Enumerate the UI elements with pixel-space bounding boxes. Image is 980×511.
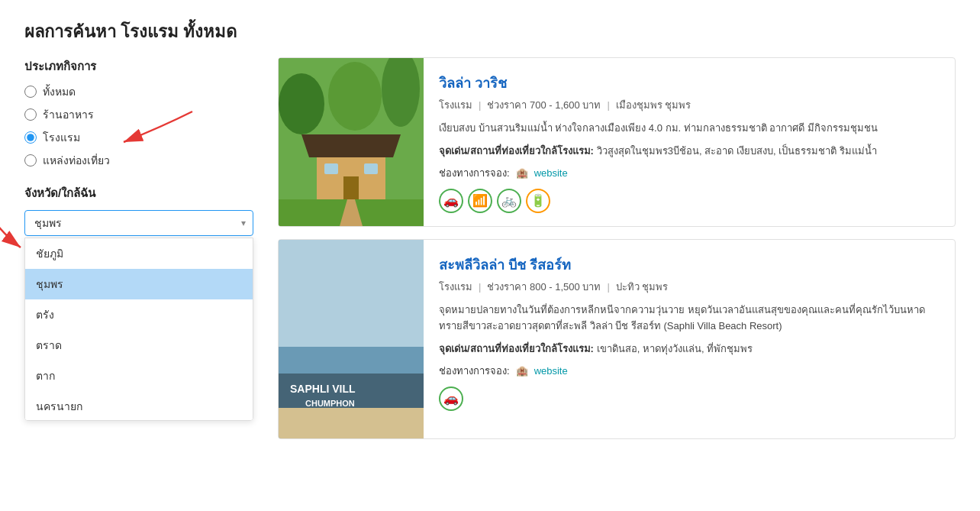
svg-rect-8 <box>343 176 359 203</box>
province-filter-title: จังหวัด/ใกล้ฉัน <box>24 184 253 202</box>
filter-tourist-radio[interactable] <box>24 154 37 167</box>
svg-rect-10 <box>364 163 378 174</box>
dropdown-item-trang[interactable]: ตรัง <box>25 299 253 330</box>
amenity-car-icon: 🚗 <box>439 189 463 213</box>
result-card-1: วิลล่า วาริช โรงแรม | ช่วงราคา 700 - 1,6… <box>278 57 956 227</box>
card-highlights-row-1: จุดเด่น/สถานที่ท่องเที่ยวใกล้โรงแรม: วิว… <box>439 143 940 159</box>
filter-hotel[interactable]: โรงแรม <box>24 129 253 146</box>
svg-marker-6 <box>301 134 401 157</box>
svg-rect-13 <box>279 240 424 347</box>
province-select[interactable]: ชัยภูมิ ชุมพร ตรัง ตราด ตาก นครนายก นครป… <box>24 210 253 236</box>
booking-icon-1: 🏨 <box>514 165 530 180</box>
card-highlights-label-2: จุดเด่น/สถานที่ท่องเที่ยวใกล้โรงแรม: <box>439 343 594 354</box>
filter-restaurant-label: ร้านอาหาร <box>43 106 94 123</box>
svg-rect-9 <box>324 163 338 174</box>
filter-hotel-radio[interactable] <box>24 131 37 144</box>
svg-rect-18 <box>279 408 424 438</box>
province-dropdown-list[interactable]: ชัยภูมิ ชุมพร ตรัง ตราด ตาก นครนายก นครป… <box>24 238 253 421</box>
svg-point-5 <box>328 62 382 131</box>
card-meta-2: โรงแรม | ช่วงราคา 800 - 1,500 บาท | ปะทิ… <box>439 279 940 295</box>
card-description-1: เงียบสงบ บ้านสวนริมแม่น้ำ ห่างใจกลางเมือ… <box>439 121 940 137</box>
page-title: ผลการค้นหา โรงแรม ทั้งหมด <box>0 0 980 57</box>
card-highlights-label-1: จุดเด่น/สถานที่ท่องเที่ยวใกล้โรงแรม: <box>439 145 594 157</box>
filter-restaurant-radio[interactable] <box>24 108 37 121</box>
card-meta-1: โรงแรม | ช่วงราคา 700 - 1,600 บาท | เมือ… <box>439 97 940 113</box>
filter-section-title: ประเภทกิจการ <box>24 57 253 76</box>
card-location-2: ปะทิว ชุมพร <box>616 279 669 295</box>
sidebar: ประเภทกิจการ ทั้งหมด ร้านอาหาร โรงแรม แห… <box>24 57 253 236</box>
results-area: วิลล่า วาริช โรงแรม | ช่วงราคา 700 - 1,6… <box>278 57 956 451</box>
amenity-icons-1: 🚗 📶 🚲 🔋 <box>439 189 940 213</box>
card-description-2: จุดหมายปลายทางในวันที่ต้องการหลีกหนีจากค… <box>439 302 940 335</box>
meta-sep-1: | <box>479 99 481 111</box>
card-image-1 <box>279 58 424 226</box>
booking-label-1: ช่องทางการจอง: <box>439 165 510 181</box>
card-highlights-2: เขาดินสอ, หาดทุ่งวังแล่น, ที่พักชุมพร <box>597 343 753 354</box>
amenity-car-icon-2: 🚗 <box>439 386 463 411</box>
meta-sep-3: | <box>479 281 481 293</box>
amenity-icons-2: 🚗 <box>439 386 940 411</box>
dropdown-item-chaiyaphum[interactable]: ชัยภูมิ <box>25 238 253 269</box>
filter-tourist[interactable]: แหล่งท่องเที่ยว <box>24 152 253 169</box>
card-title-1[interactable]: วิลล่า วาริช <box>439 72 940 94</box>
card-image-placeholder-2: SAPHLI VILL CHUMPHON <box>279 240 424 438</box>
filter-tourist-label: แหล่งท่องเที่ยว <box>43 152 110 169</box>
svg-text:SAPHLI VILL: SAPHLI VILL <box>290 383 356 395</box>
booking-icon-2: 🏨 <box>514 363 530 378</box>
card-location-1: เมืองชุมพร ชุมพร <box>616 97 691 113</box>
svg-point-3 <box>279 73 324 134</box>
svg-text:CHUMPHON: CHUMPHON <box>305 399 355 408</box>
card-type-2: โรงแรม <box>439 279 472 295</box>
card-title-2[interactable]: สะพลีวิลล่า บีช รีสอร์ท <box>439 254 940 276</box>
result-card-2: SAPHLI VILL CHUMPHON สะพลีวิลล่า บีช รีส… <box>278 239 956 439</box>
amenity-wifi-icon: 📶 <box>468 189 492 213</box>
card-highlights-1: วิวสูงสุดในชุมพร3บีช้อน, สะอาด เงียบสงบ,… <box>597 145 877 157</box>
card-image-2: SAPHLI VILL CHUMPHON <box>279 240 424 438</box>
filter-all[interactable]: ทั้งหมด <box>24 83 253 100</box>
card-image-placeholder-1 <box>279 58 424 226</box>
filter-all-label: ทั้งหมด <box>43 83 76 100</box>
card-type-1: โรงแรม <box>439 97 472 113</box>
province-select-container: ชัยภูมิ ชุมพร ตรัง ตราด ตาก นครนายก นครป… <box>24 210 253 236</box>
filter-all-radio[interactable] <box>24 86 37 98</box>
dropdown-item-tarat[interactable]: ตราด <box>25 330 253 361</box>
card-highlights-row-2: จุดเด่น/สถานที่ท่องเที่ยวใกล้โรงแรม: เขา… <box>439 341 940 357</box>
dropdown-item-nakhonnayok[interactable]: นครนายก <box>25 391 253 421</box>
dropdown-item-chumphon[interactable]: ชุมพร <box>25 269 253 299</box>
card-booking-row-1: ช่องทางการจอง: 🏨 website <box>439 165 940 181</box>
card-body-1: วิลล่า วาริช โรงแรม | ช่วงราคา 700 - 1,6… <box>424 58 955 226</box>
meta-sep-4: | <box>607 281 609 293</box>
filter-hotel-label: โรงแรม <box>43 129 80 146</box>
dropdown-item-tak[interactable]: ตาก <box>25 361 253 391</box>
card-price-2: ช่วงราคา 800 - 1,500 บาท <box>487 279 601 295</box>
booking-website-link-2[interactable]: website <box>534 365 568 377</box>
card-body-2: สะพลีวิลล่า บีช รีสอร์ท โรงแรม | ช่วงราค… <box>424 240 955 438</box>
amenity-bike-icon: 🚲 <box>497 189 521 213</box>
amenity-power-icon: 🔋 <box>526 189 550 213</box>
booking-label-2: ช่องทางการจอง: <box>439 363 510 379</box>
filter-radio-group: ทั้งหมด ร้านอาหาร โรงแรม แหล่งท่องเที่ยว <box>24 83 253 169</box>
card-booking-row-2: ช่องทางการจอง: 🏨 website <box>439 363 940 379</box>
card-price-1: ช่วงราคา 700 - 1,600 บาท <box>487 97 601 113</box>
meta-sep-2: | <box>607 99 609 111</box>
booking-website-link-1[interactable]: website <box>534 167 568 179</box>
filter-restaurant[interactable]: ร้านอาหาร <box>24 106 253 123</box>
